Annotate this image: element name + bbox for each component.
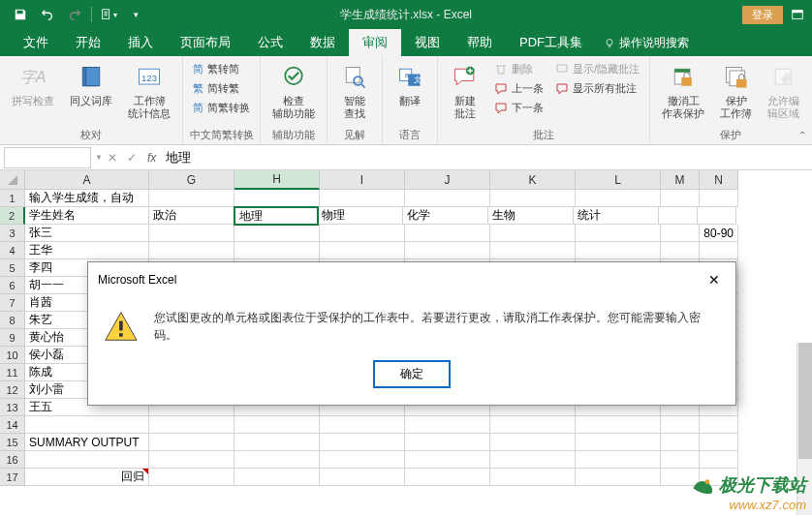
new-comment-button[interactable]: 新建 批注 xyxy=(444,60,486,122)
cell[interactable]: 生物 xyxy=(488,207,574,225)
tab-review[interactable]: 审阅 xyxy=(349,29,401,56)
cell[interactable] xyxy=(405,416,490,434)
row-header[interactable]: 2 xyxy=(0,207,25,225)
cell[interactable] xyxy=(490,469,576,486)
cell[interactable] xyxy=(576,434,661,451)
qat-customize-button[interactable]: ▾ xyxy=(123,3,148,26)
tab-file[interactable]: 文件 xyxy=(10,29,62,56)
cell[interactable]: 政治 xyxy=(149,207,234,225)
cell[interactable]: 输入学生成绩，自动 xyxy=(25,190,149,207)
tab-home[interactable]: 开始 xyxy=(62,29,114,56)
cell[interactable] xyxy=(700,434,738,451)
fx-icon[interactable]: fx xyxy=(141,151,162,165)
cell[interactable] xyxy=(490,225,576,242)
cell[interactable] xyxy=(700,242,738,259)
cell[interactable] xyxy=(700,451,738,469)
tab-help[interactable]: 帮助 xyxy=(453,29,506,56)
cell[interactable] xyxy=(661,451,700,469)
prev-comment-button[interactable]: 上一条 xyxy=(490,79,547,98)
row-header[interactable]: 14 xyxy=(0,416,25,434)
cell[interactable] xyxy=(320,451,405,469)
login-button[interactable]: 登录 xyxy=(742,6,783,24)
row-header[interactable]: 17 xyxy=(0,469,25,486)
column-header[interactable]: J xyxy=(405,170,490,190)
row-header[interactable]: 11 xyxy=(0,364,25,381)
scroll-thumb[interactable] xyxy=(798,343,812,459)
column-header[interactable]: M xyxy=(661,170,700,190)
cell[interactable] xyxy=(405,434,490,451)
row-header[interactable]: 8 xyxy=(0,312,25,329)
select-all-button[interactable] xyxy=(0,170,25,190)
row-header[interactable]: 4 xyxy=(0,242,25,259)
column-header[interactable]: G xyxy=(149,170,234,190)
chinese-convert-button[interactable]: 简简繁转换 xyxy=(189,99,254,117)
tab-page-layout[interactable]: 页面布局 xyxy=(167,29,244,56)
cell[interactable] xyxy=(700,190,738,207)
cell[interactable] xyxy=(405,225,490,242)
cell[interactable]: 学生姓名 xyxy=(25,207,149,225)
row-header[interactable]: 15 xyxy=(0,434,25,451)
unprotect-sheet-button[interactable]: 撤消工 作表保护 xyxy=(656,60,710,122)
cell[interactable] xyxy=(320,242,405,259)
save-button[interactable] xyxy=(8,3,33,26)
check-accessibility-button[interactable]: 检查 辅助功能 xyxy=(266,60,321,122)
column-header[interactable]: A xyxy=(25,170,149,190)
collapse-ribbon-button[interactable]: ⌃ xyxy=(796,128,808,142)
name-box[interactable] xyxy=(4,147,91,168)
ribbon-options-icon[interactable] xyxy=(791,8,804,21)
cell[interactable] xyxy=(490,416,576,434)
cell[interactable] xyxy=(320,225,405,242)
tab-data[interactable]: 数据 xyxy=(297,29,349,56)
next-comment-button[interactable]: 下一条 xyxy=(490,99,547,117)
show-all-comments-button[interactable]: 显示所有批注 xyxy=(551,79,643,98)
cell[interactable]: 化学 xyxy=(403,207,488,225)
cell[interactable] xyxy=(149,469,234,486)
cell[interactable] xyxy=(320,416,405,434)
row-header[interactable]: 12 xyxy=(0,381,25,399)
accept-formula-button[interactable]: ✓ xyxy=(122,148,141,167)
column-header[interactable]: H xyxy=(234,170,320,190)
cell[interactable] xyxy=(234,434,320,451)
cell[interactable]: 地理 xyxy=(234,206,319,226)
cell[interactable] xyxy=(659,207,698,225)
cell[interactable] xyxy=(661,434,700,451)
cell[interactable] xyxy=(234,225,320,242)
translate-button[interactable]: a文 翻译 xyxy=(389,60,431,109)
cell[interactable] xyxy=(661,190,700,207)
tab-view[interactable]: 视图 xyxy=(401,29,453,56)
smart-lookup-button[interactable]: 智能 查找 xyxy=(333,60,376,122)
cell[interactable] xyxy=(405,242,490,259)
cell[interactable] xyxy=(490,451,576,469)
redo-button[interactable] xyxy=(62,3,87,26)
row-header[interactable]: 9 xyxy=(0,329,25,347)
cell[interactable] xyxy=(149,434,234,451)
column-header[interactable]: L xyxy=(576,170,661,190)
cell[interactable] xyxy=(576,242,661,259)
cell[interactable] xyxy=(576,190,661,207)
row-header[interactable]: 6 xyxy=(0,277,25,294)
row-header[interactable]: 1 xyxy=(0,190,25,207)
cell[interactable] xyxy=(661,225,700,242)
simp-to-trad-button[interactable]: 繁简转繁 xyxy=(189,79,254,98)
cell[interactable] xyxy=(25,416,149,434)
cell[interactable] xyxy=(405,451,490,469)
cell[interactable] xyxy=(576,225,661,242)
row-header[interactable]: 13 xyxy=(0,399,25,416)
dialog-close-button[interactable]: ✕ xyxy=(703,270,726,289)
cell[interactable] xyxy=(405,190,490,207)
cell[interactable] xyxy=(234,469,320,486)
undo-button[interactable] xyxy=(35,3,60,26)
dialog-ok-button[interactable]: 确定 xyxy=(374,361,450,387)
cancel-formula-button[interactable]: ✕ xyxy=(103,148,122,167)
row-header[interactable]: 10 xyxy=(0,347,25,364)
qat-menu-button[interactable]: ▾ xyxy=(96,3,121,26)
cell[interactable]: 物理 xyxy=(318,207,403,225)
cell[interactable] xyxy=(320,434,405,451)
cell[interactable]: 统计 xyxy=(574,207,659,225)
cell[interactable]: SUMMARY OUTPUT xyxy=(25,434,149,451)
tab-formulas[interactable]: 公式 xyxy=(244,29,297,56)
tab-insert[interactable]: 插入 xyxy=(114,29,167,56)
cell[interactable] xyxy=(234,451,320,469)
cell[interactable] xyxy=(576,416,661,434)
column-header[interactable]: I xyxy=(320,170,405,190)
